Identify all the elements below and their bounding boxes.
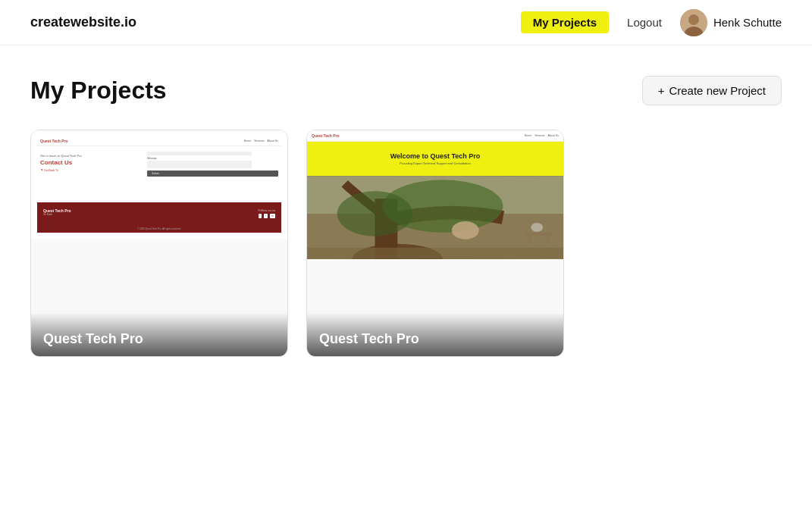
page-title: My Projects [30, 77, 167, 105]
preview-content-1: Quest Tech Pro HomeServicesAbout Us Get … [31, 130, 287, 239]
svg-point-14 [531, 223, 543, 232]
header-nav: My Projects Logout Henk Schutte [521, 9, 782, 36]
hero-title: Welcome to Quest Tech Pro [313, 152, 557, 160]
svg-rect-11 [525, 233, 552, 236]
svg-point-8 [337, 191, 412, 236]
project-name-1: Quest Tech Pro [43, 331, 143, 347]
project-label-2: Quest Tech Pro [307, 311, 563, 356]
header: createwebsite.io My Projects Logout Henk… [0, 0, 812, 45]
svg-rect-12 [528, 236, 531, 243]
main-content: My Projects + Create new Project Quest T… [0, 45, 812, 387]
svg-point-10 [452, 221, 479, 239]
svg-point-1 [688, 14, 699, 25]
avatar [680, 9, 707, 36]
tooltip-arrow [563, 156, 564, 177]
project-label-1: Quest Tech Pro [31, 311, 287, 356]
projects-grid: Quest Tech Pro HomeServicesAbout Us Get … [30, 130, 782, 357]
user-name: Henk Schutte [713, 16, 782, 29]
site-logo: createwebsite.io [30, 14, 136, 30]
svg-rect-13 [547, 236, 550, 243]
create-project-icon: + [658, 84, 665, 97]
create-project-label: Create new Project [669, 84, 766, 97]
hero-subtitle: Providing Expert Technical Support and C… [313, 161, 557, 165]
nav-logout[interactable]: Logout [627, 16, 662, 29]
nav-my-projects[interactable]: My Projects [521, 11, 609, 33]
select-project-tooltip: Select project to edit [563, 153, 564, 180]
nav-user[interactable]: Henk Schutte [680, 9, 782, 36]
svg-rect-9 [307, 248, 563, 259]
project-card-2[interactable]: Quest Tech Pro HomeServicesAbout Us Welc… [306, 130, 564, 357]
create-project-button[interactable]: + Create new Project [642, 76, 782, 105]
main-header: My Projects + Create new Project [30, 76, 782, 105]
project-preview-1: Quest Tech Pro HomeServicesAbout Us Get … [31, 130, 287, 312]
project-card-1[interactable]: Quest Tech Pro HomeServicesAbout Us Get … [30, 130, 288, 357]
project-preview-2: Quest Tech Pro HomeServicesAbout Us Welc… [307, 130, 563, 312]
preview-content-2: Quest Tech Pro HomeServicesAbout Us Welc… [307, 130, 563, 259]
project-name-2: Quest Tech Pro [319, 331, 419, 347]
